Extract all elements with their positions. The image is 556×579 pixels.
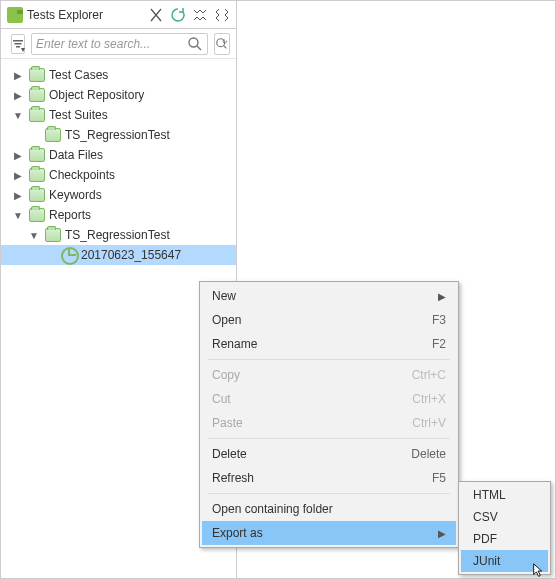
menu-refresh[interactable]: RefreshF5 [202, 466, 456, 490]
tree-item-data-files[interactable]: ▶Data Files [1, 145, 236, 165]
refresh-search-button[interactable] [214, 33, 230, 55]
panel-header: Tests Explorer [1, 1, 236, 29]
svg-line-4 [197, 46, 201, 50]
export-submenu: HTML CSV PDF JUnit [458, 481, 551, 575]
submenu-html[interactable]: HTML [461, 484, 548, 506]
link-editor-icon[interactable] [148, 7, 164, 23]
tree-item-test-suites[interactable]: ▼Test Suites [1, 105, 236, 125]
tree-label: Reports [49, 208, 91, 222]
menu-export-as[interactable]: Export as▶ [202, 521, 456, 545]
app-icon [7, 7, 23, 23]
context-menu: New▶ OpenF3 RenameF2 CopyCtrl+C CutCtrl+… [199, 281, 459, 548]
panel-title: Tests Explorer [27, 8, 148, 22]
tree-label: Checkpoints [49, 168, 115, 182]
folder-icon [29, 88, 45, 102]
chevron-right-icon: ▶ [438, 528, 446, 539]
menu-rename[interactable]: RenameF2 [202, 332, 456, 356]
folder-icon [29, 168, 45, 182]
tree-label: Test Cases [49, 68, 108, 82]
folder-icon [29, 188, 45, 202]
submenu-csv[interactable]: CSV [461, 506, 548, 528]
tree-label: TS_RegressionTest [65, 228, 170, 242]
suite-icon [45, 128, 61, 142]
menu-paste: PasteCtrl+V [202, 411, 456, 435]
refresh-icon[interactable] [170, 7, 186, 23]
svg-rect-0 [13, 40, 23, 42]
folder-icon [45, 228, 61, 242]
search-input[interactable] [36, 37, 187, 51]
filter-button[interactable] [11, 34, 25, 54]
menu-separator [208, 359, 450, 360]
tree-label: Object Repository [49, 88, 144, 102]
search-icon[interactable] [187, 36, 203, 52]
search-input-wrapper [31, 33, 208, 55]
tree-item-ts-regression-suite[interactable]: ▶TS_RegressionTest [1, 125, 236, 145]
submenu-pdf[interactable]: PDF [461, 528, 548, 550]
menu-separator [208, 493, 450, 494]
report-icon [61, 248, 77, 262]
tree-item-object-repository[interactable]: ▶Object Repository [1, 85, 236, 105]
tree-item-keywords[interactable]: ▶Keywords [1, 185, 236, 205]
submenu-junit[interactable]: JUnit [461, 550, 548, 572]
tree-label: TS_RegressionTest [65, 128, 170, 142]
menu-open[interactable]: OpenF3 [202, 308, 456, 332]
chevron-right-icon: ▶ [438, 291, 446, 302]
tree-label: 20170623_155647 [81, 248, 181, 262]
folder-icon [29, 148, 45, 162]
folder-icon [29, 208, 45, 222]
collapse-all-icon[interactable] [192, 7, 208, 23]
svg-point-3 [189, 38, 198, 47]
tree-item-ts-regression-report[interactable]: ▼TS_RegressionTest [1, 225, 236, 245]
menu-separator [208, 438, 450, 439]
tree-label: Data Files [49, 148, 103, 162]
tree-item-test-cases[interactable]: ▶Test Cases [1, 65, 236, 85]
folder-icon [29, 108, 45, 122]
tree-item-reports[interactable]: ▼Reports [1, 205, 236, 225]
tree-label: Test Suites [49, 108, 108, 122]
menu-cut: CutCtrl+X [202, 387, 456, 411]
expand-all-icon[interactable] [214, 7, 230, 23]
folder-icon [29, 68, 45, 82]
tree-item-checkpoints[interactable]: ▶Checkpoints [1, 165, 236, 185]
tree-label: Keywords [49, 188, 102, 202]
svg-rect-2 [16, 46, 20, 48]
tree-view: ▶Test Cases ▶Object Repository ▼Test Sui… [1, 59, 236, 271]
svg-line-6 [224, 45, 227, 48]
search-bar [1, 29, 236, 59]
menu-new[interactable]: New▶ [202, 284, 456, 308]
menu-copy: CopyCtrl+C [202, 363, 456, 387]
svg-rect-1 [15, 43, 22, 45]
menu-open-containing-folder[interactable]: Open containing folder [202, 497, 456, 521]
menu-delete[interactable]: DeleteDelete [202, 442, 456, 466]
tree-item-report-file[interactable]: ▶20170623_155647 [1, 245, 236, 265]
